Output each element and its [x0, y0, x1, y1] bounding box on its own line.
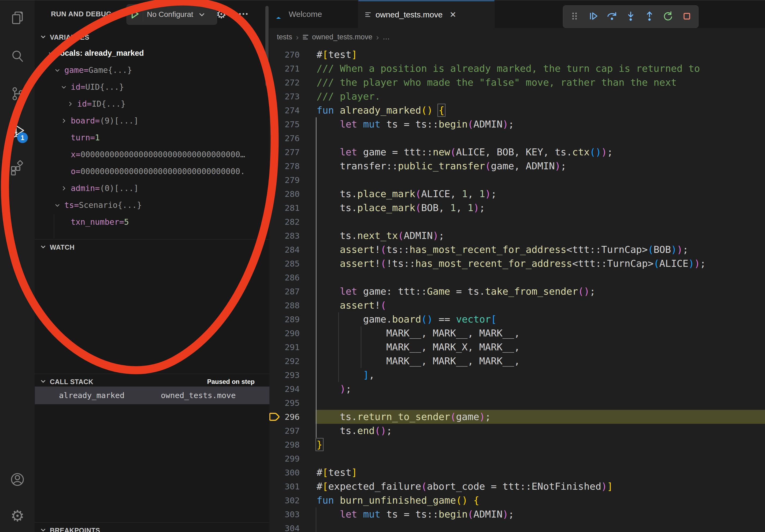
code-line[interactable]: ts.return_to_sender(game); [316, 410, 764, 424]
stop-button[interactable] [679, 9, 695, 25]
line-number: 301 [270, 479, 300, 493]
tree-row-locals[interactable]: locals: already_marked [35, 45, 270, 62]
continue-button[interactable] [585, 9, 601, 25]
code-line[interactable]: /// player. [316, 90, 764, 104]
tree-row-o[interactable]: o = 000000000000000000000000000000000. [35, 163, 270, 180]
code-line[interactable] [316, 271, 764, 285]
code-line[interactable]: fun already_marked() { [316, 104, 764, 117]
tree-row-txn_number[interactable]: txn_number = 5 [35, 213, 270, 230]
sidebar-scrollbar[interactable] [265, 6, 269, 86]
code-line[interactable]: assert!(ts::has_most_recent_for_address<… [316, 243, 764, 257]
code-line[interactable]: /// When a position is already marked, t… [316, 62, 764, 76]
code-token: ( [381, 300, 386, 311]
breadcrumb[interactable]: tests›owned_tests.move›… [270, 28, 765, 46]
variables-section-header[interactable]: VARIABLES [35, 30, 270, 45]
tree-row-turn[interactable]: turn = 1 [35, 129, 270, 146]
code-line[interactable] [316, 131, 764, 145]
activity-item-search[interactable] [1, 41, 34, 73]
close-icon[interactable]: ✕ [449, 10, 456, 19]
code-line[interactable]: let game = ttt::new(ALICE, BOB, KEY, ts.… [316, 145, 764, 159]
chevron-down-icon [40, 243, 47, 251]
tab-welcome[interactable]: Welcome [270, 0, 359, 28]
code-line[interactable]: ts.next_tx(ADMIN); [316, 229, 764, 243]
tree-row-game[interactable]: game = Game{...} [35, 62, 270, 79]
chevron-down-icon [40, 526, 47, 532]
tree-row-admin[interactable]: admin = (0)[...] [35, 180, 270, 197]
step-out-button[interactable] [641, 9, 657, 25]
variable-value: 5 [124, 217, 129, 227]
code-line[interactable]: ], [316, 368, 764, 382]
code-token: burn_unfinished_game [340, 495, 456, 506]
code-line[interactable]: assert!(!ts::has_most_recent_for_address… [316, 257, 764, 271]
code-line[interactable]: let mut ts = ts::begin(ADMIN); [316, 117, 764, 131]
code-line[interactable]: let mut ts = ts::begin(ADMIN); [316, 507, 764, 521]
restart-button[interactable] [660, 9, 676, 25]
breadcrumb-item[interactable]: … [382, 33, 390, 41]
code-token: ( [468, 509, 474, 520]
code-line[interactable]: game.board() == vector[ [316, 312, 764, 326]
code-token: ) [479, 411, 485, 422]
activity-item-settings[interactable]: ⚙ [1, 500, 34, 532]
start-debug-icon[interactable] [131, 9, 140, 20]
code-line[interactable]: } [316, 438, 764, 452]
code-line[interactable] [316, 452, 764, 465]
code-line[interactable]: fun burn_unfinished_game() { [316, 493, 764, 507]
variable-value: Scenario{...} [79, 200, 142, 210]
call-stack-frame[interactable]: already_markedowned_tests.move [35, 387, 270, 404]
code-token: game [456, 411, 479, 422]
code-line[interactable]: ); [316, 382, 764, 396]
code-line[interactable]: #[test] [316, 48, 764, 62]
debug-settings-gear-icon[interactable]: ⚙ [216, 0, 227, 28]
code-line[interactable] [316, 396, 764, 410]
line-number: 270 [270, 48, 300, 62]
code-line[interactable]: ts.place_mark(ALICE, 1, 1); [316, 187, 764, 201]
code-token: ; [607, 146, 613, 157]
code-line[interactable]: transfer::public_transfer(game, ADMIN); [316, 159, 764, 173]
tree-row-x[interactable]: x = 000000000000000000000000000000000… [35, 146, 270, 163]
code-line[interactable]: MARK__, MARK__, MARK__, [316, 326, 764, 340]
code-token: ) [694, 258, 700, 269]
code-line[interactable] [316, 173, 764, 187]
code-editor[interactable]: 270#[test]271/// When a position is alre… [270, 46, 765, 532]
explorer-icon [9, 10, 25, 27]
code-token: ( [578, 286, 584, 297]
code-token: fun [317, 105, 340, 116]
step-over-button[interactable] [604, 9, 620, 25]
activity-item-explorer[interactable] [1, 3, 34, 35]
tree-row-ts[interactable]: ts = Scenario{...} [35, 197, 270, 213]
activity-item-account[interactable] [1, 464, 34, 496]
code-line[interactable]: ts.place_mark(BOB, 1, 1); [316, 201, 764, 215]
tree-row-board[interactable]: board = (9)[...] [35, 112, 270, 129]
more-actions-icon[interactable]: ··· [239, 0, 249, 28]
drag-handle[interactable] [567, 9, 583, 25]
breadcrumb-item[interactable]: owned_tests.move [312, 33, 372, 41]
code-token: board [392, 314, 421, 325]
line-number: 298 [270, 438, 300, 452]
activity-item-extensions[interactable] [1, 153, 34, 185]
code-line[interactable]: ts.end(); [316, 424, 764, 438]
code-line[interactable]: let game: ttt::Game = ts.take_from_sende… [316, 285, 764, 298]
activity-item-run-and-debug[interactable] [1, 116, 34, 148]
code-token: , [456, 202, 467, 213]
code-token: ( [381, 258, 386, 269]
tree-row-id[interactable]: id = ID{...} [35, 95, 270, 112]
activity-item-source-control[interactable] [1, 78, 34, 111]
watch-section-header[interactable]: WATCH [35, 239, 270, 255]
breadcrumb-item[interactable]: tests [277, 33, 292, 41]
code-line[interactable] [316, 215, 764, 229]
breakpoints-section-header[interactable]: BREAKPOINTS [35, 523, 270, 532]
code-line[interactable]: #[expected_failure(abort_code = ttt::ENo… [316, 479, 764, 493]
code-token: == [433, 314, 456, 325]
code-token: ! [375, 300, 381, 311]
step-into-button[interactable] [623, 9, 639, 25]
code-line[interactable]: MARK__, MARK__, MARK__, [316, 354, 764, 368]
code-line[interactable]: #[test] [316, 465, 764, 479]
tab-owned-tests-move[interactable]: owned_tests.move✕ [359, 0, 494, 28]
tree-row-id[interactable]: id = UID{...} [35, 79, 270, 95]
code-line[interactable]: /// the player who made the "false" move… [316, 76, 764, 90]
variable-value: (0)[...] [100, 183, 139, 193]
launch-config-dropdown[interactable]: No Configurat [127, 4, 217, 25]
code-line[interactable]: MARK__, MARK_X, MARK__, [316, 340, 764, 354]
code-line[interactable] [316, 521, 764, 532]
code-line[interactable]: assert!( [316, 298, 764, 312]
